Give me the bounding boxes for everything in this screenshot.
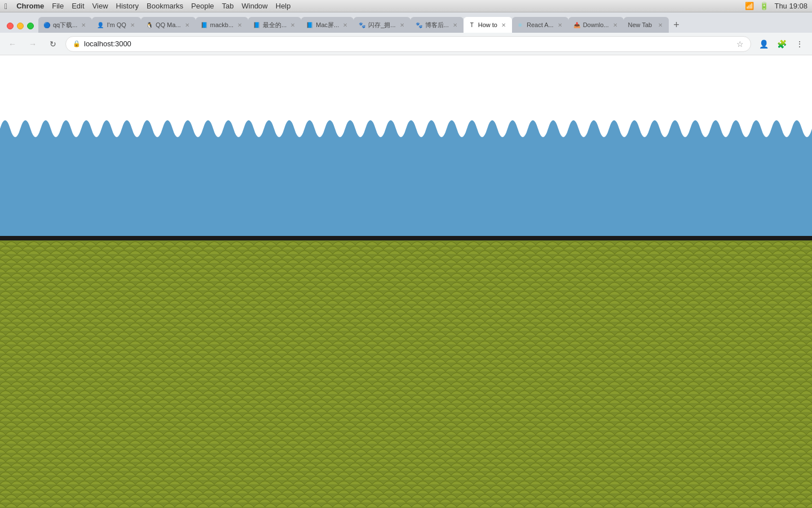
ground-pattern-svg [0, 240, 812, 508]
tab-close-howto[interactable]: ✕ [500, 21, 508, 29]
ground-section [0, 240, 812, 508]
tab-howto[interactable]: T How to ✕ [464, 17, 512, 33]
lock-icon: 🔒 [73, 40, 81, 47]
time-display: Thu 19:08 [774, 2, 807, 10]
tab-favicon-react: ⚛ [517, 21, 524, 29]
tab-label-howto: How to [478, 21, 497, 28]
tab-blog[interactable]: 🐾 博客后... ✕ [411, 17, 464, 33]
refresh-button[interactable]: ↻ [45, 36, 61, 52]
tab-favicon-download: 📥 [573, 21, 581, 29]
tab-close-react[interactable]: ✕ [556, 21, 564, 29]
tab-imqq[interactable]: 👤 I'm QQ ✕ [92, 17, 141, 33]
tab-close-imqq[interactable]: ✕ [129, 21, 136, 29]
extensions-icon[interactable]: 🧩 [774, 36, 789, 52]
menu-history[interactable]: History [116, 2, 139, 10]
traffic-light-fullscreen[interactable] [27, 23, 34, 29]
menu-window[interactable]: Window [242, 2, 268, 10]
tab-favicon-qqma: 🐧 [145, 21, 153, 29]
tab-close-zuiquan[interactable]: ✕ [289, 21, 297, 29]
back-button[interactable]: ← [5, 36, 20, 52]
tab-label-react: React A... [527, 21, 554, 28]
tab-label-newtab: New Tab [628, 21, 654, 28]
more-menu-icon[interactable]: ⋮ [792, 36, 807, 52]
bookmark-star-icon[interactable]: ☆ [736, 40, 744, 49]
tab-zuiquan[interactable]: 📘 最全的... ✕ [248, 17, 301, 33]
apple-icon:  [5, 2, 7, 11]
forward-button[interactable]: → [25, 36, 41, 52]
content-area [0, 55, 812, 508]
menu-people[interactable]: People [191, 2, 214, 10]
tab-label-blog: 博客后... [425, 21, 449, 29]
tab-close-blog[interactable]: ✕ [451, 21, 459, 29]
toolbar-right: 👤 🧩 ⋮ [756, 36, 807, 52]
menu-edit[interactable]: Edit [72, 2, 84, 10]
url-text: localhost:3000 [84, 40, 733, 48]
tab-react[interactable]: ⚛ React A... ✕ [512, 17, 568, 33]
tab-macpin[interactable]: 📘 Mac屏... ✕ [301, 17, 354, 33]
title-bar-right: 📶 🔋 Thu 19:08 [745, 2, 807, 10]
menu-bookmarks[interactable]: Bookmarks [147, 2, 183, 10]
tab-close-flash[interactable]: ✕ [398, 21, 406, 29]
menu-file[interactable]: File [52, 2, 64, 10]
tab-close-mackb[interactable]: ✕ [236, 21, 244, 29]
menu-view[interactable]: View [92, 2, 108, 10]
tab-download[interactable]: 📥 Downlo... ✕ [568, 17, 624, 33]
profile-icon[interactable]: 👤 [756, 36, 771, 52]
tab-close-newtab[interactable]: ✕ [656, 21, 664, 29]
title-bar-left:  Chrome File Edit View History Bookmark… [5, 2, 291, 11]
tab-close-download[interactable]: ✕ [611, 21, 619, 29]
tab-label-download: Downlo... [583, 21, 609, 28]
traffic-light-close[interactable] [7, 23, 14, 29]
tab-favicon-macpin: 📘 [306, 21, 314, 29]
tabs-container: 🔵 qq下载... ✕ 👤 I'm QQ ✕ 🐧 QQ Ma... ✕ 📘 ma… [38, 17, 810, 33]
address-bar-row: ← → ↻ 🔒 localhost:3000 ☆ 👤 🧩 ⋮ [0, 33, 812, 55]
menu-items: Chrome File Edit View History Bookmarks … [16, 2, 290, 10]
address-bar[interactable]: 🔒 localhost:3000 ☆ [65, 36, 751, 52]
svg-rect-2 [0, 240, 812, 508]
tab-label-macpin: Mac屏... [316, 21, 339, 29]
menu-tab[interactable]: Tab [222, 2, 234, 10]
tab-favicon-mackb: 📘 [200, 21, 208, 29]
tab-qqma[interactable]: 🐧 QQ Ma... ✕ [141, 17, 196, 33]
tab-label-imqq: I'm QQ [107, 21, 126, 28]
tab-favicon-blog: 🐾 [415, 21, 423, 29]
tab-favicon-zuiquan: 📘 [253, 21, 261, 29]
tab-newtab[interactable]: New Tab ✕ [624, 17, 669, 33]
tab-favicon-imqq: 👤 [96, 21, 104, 29]
new-tab-button[interactable]: + [669, 17, 685, 33]
tab-flash[interactable]: 🐾 闪存_拥... ✕ [354, 17, 410, 33]
wifi-icon: 📶 [745, 2, 754, 10]
tab-label-flash: 闪存_拥... [368, 21, 395, 29]
title-bar:  Chrome File Edit View History Bookmark… [0, 0, 812, 12]
tab-qq-download[interactable]: 🔵 qq下载... ✕ [38, 17, 92, 33]
tab-label-qq-download: qq下载... [53, 21, 77, 29]
tab-favicon-howto: T [468, 21, 476, 29]
menu-help[interactable]: Help [276, 2, 291, 10]
tab-favicon-flash: 🐾 [358, 21, 366, 29]
tab-label-qqma: QQ Ma... [156, 21, 181, 28]
battery-icon: 🔋 [760, 2, 769, 10]
chrome-tab-bar: 🔵 qq下载... ✕ 👤 I'm QQ ✕ 🐧 QQ Ma... ✕ 📘 ma… [0, 12, 812, 33]
tab-favicon-qq-download: 🔵 [43, 21, 51, 29]
ocean-body [0, 146, 812, 236]
tab-label-mackb: mackb... [210, 21, 234, 28]
traffic-lights [2, 23, 38, 33]
wave-svg [0, 112, 812, 146]
tab-close-macpin[interactable]: ✕ [341, 21, 349, 29]
tab-mackb[interactable]: 📘 mackb... ✕ [196, 17, 249, 33]
tab-label-zuiquan: 最全的... [263, 21, 286, 29]
sky-white [0, 55, 812, 112]
traffic-light-minimize[interactable] [17, 23, 24, 29]
divider-line [0, 236, 812, 240]
tab-close-qqma[interactable]: ✕ [183, 21, 191, 29]
tab-close-qq-download[interactable]: ✕ [80, 21, 87, 29]
ocean-section [0, 112, 812, 236]
menu-chrome[interactable]: Chrome [16, 2, 44, 10]
